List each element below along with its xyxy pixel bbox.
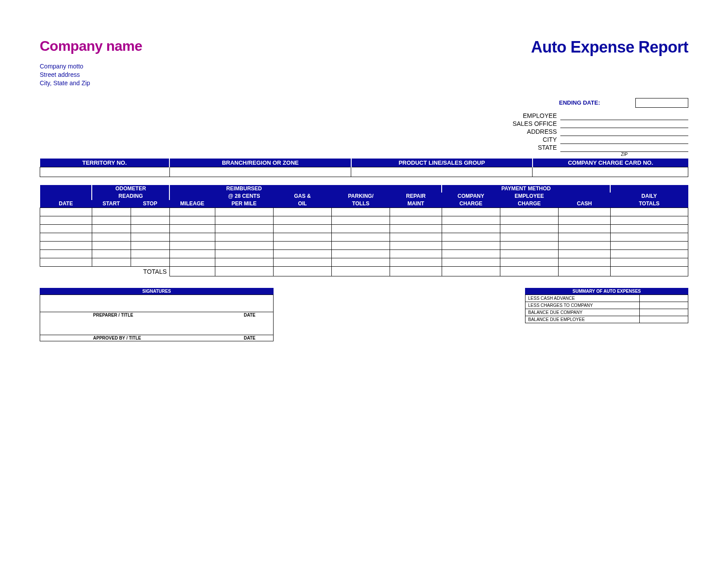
company-header-l2: CHARGE	[442, 200, 500, 208]
report-title: Auto Expense Report	[531, 38, 688, 57]
territory-header: TERRITORY NO.	[40, 159, 170, 167]
summary-balance-employee-label: BALANCE DUE EMPLOYEE	[525, 316, 640, 323]
product-line-header: PRODUCT LINE/SALES GROUP	[351, 159, 533, 167]
ending-date-row: ENDING DATE:	[559, 98, 688, 108]
summary-cash-advance-label: LESS CASH ADVANCE	[525, 295, 640, 302]
summary-balance-company-label: BALANCE DUE COMPANY	[525, 309, 640, 316]
company-name: Company name	[40, 38, 142, 54]
company-city-state-zip: City, State and Zip	[40, 79, 142, 87]
preparer-date-label: DATE	[244, 313, 255, 317]
repair-header-l1: REPAIR	[390, 193, 442, 200]
reimbursed-header-l3: PER MILE	[215, 200, 273, 208]
header-row: Company name Company motto Street addres…	[40, 38, 688, 87]
preparer-label: PREPARER / TITLE	[93, 313, 133, 317]
totals-parking[interactable]	[332, 267, 390, 276]
table-row[interactable]	[40, 258, 688, 267]
employee-info-table: EMPLOYEE SALES OFFICE ADDRESS CITY STATE	[513, 112, 688, 152]
approved-by-label: APPROVED BY / TITLE	[93, 336, 141, 340]
zip-label: ZIP	[560, 152, 688, 157]
address-label: ADDRESS	[513, 128, 560, 136]
summary-charges-company-value[interactable]	[640, 302, 688, 309]
table-row[interactable]	[40, 208, 688, 216]
daily-header-l2: TOTALS	[610, 200, 688, 208]
daily-header-l1: DAILY	[610, 193, 688, 200]
start-header: START	[92, 200, 131, 208]
product-line-input[interactable]	[351, 167, 533, 177]
company-street: Street address	[40, 71, 142, 79]
sales-office-input[interactable]	[560, 120, 688, 128]
reimbursed-header-l2: @ 28 CENTS	[215, 193, 273, 200]
table-row[interactable]	[40, 250, 688, 258]
table-row[interactable]	[40, 242, 688, 250]
branch-input[interactable]	[169, 167, 351, 177]
state-input[interactable]	[560, 144, 688, 152]
city-input[interactable]	[560, 136, 688, 144]
company-info: Company motto Street address City, State…	[40, 62, 142, 87]
company-motto: Company motto	[40, 62, 142, 71]
table-row[interactable]	[40, 233, 688, 242]
ending-date-input[interactable]	[635, 98, 688, 108]
table-row[interactable]	[40, 216, 688, 225]
date-header: DATE	[40, 200, 92, 208]
state-label: STATE	[513, 144, 560, 152]
employee-label: EMPLOYEE	[513, 112, 560, 120]
address-input[interactable]	[560, 128, 688, 136]
totals-row: TOTALS	[40, 267, 688, 276]
territory-input[interactable]	[40, 167, 170, 177]
approver-date-label: DATE	[244, 336, 255, 340]
employee-header-l1: EMPLOYEE	[500, 193, 558, 200]
preparer-signature-area[interactable]	[40, 295, 273, 312]
employee-header-l2: CHARGE	[500, 200, 558, 208]
totals-cash[interactable]	[559, 267, 611, 276]
sales-office-label: SALES OFFICE	[513, 120, 560, 128]
totals-mileage[interactable]	[169, 267, 215, 276]
meta-block: ENDING DATE: EMPLOYEE SALES OFFICE ADDRE…	[40, 98, 688, 157]
gas-header-l2: OIL	[273, 200, 331, 208]
stop-header: STOP	[131, 200, 169, 208]
table-row[interactable]	[40, 225, 688, 233]
summary-charges-company-label: LESS CHARGES TO COMPANY	[525, 302, 640, 309]
city-label: CITY	[513, 136, 560, 144]
gas-header-l1: GAS &	[273, 193, 331, 200]
bottom-section: SIGNATURES PREPARER / TITLE DATE APPROVE…	[40, 288, 688, 341]
expense-report-page: Company name Company motto Street addres…	[0, 0, 728, 341]
odometer-span: ODOMETER	[92, 185, 169, 193]
branch-header: BRANCH/REGION OR ZONE	[169, 159, 351, 167]
totals-label: TOTALS	[131, 267, 169, 276]
company-header-l1: COMPANY	[442, 193, 500, 200]
ending-date-label: ENDING DATE:	[559, 99, 600, 106]
payment-method-span: PAYMENT METHOD	[442, 185, 610, 193]
summary-balance-company-value[interactable]	[640, 309, 688, 316]
repair-header-l2: MAINT	[390, 200, 442, 208]
totals-daily[interactable]	[610, 267, 688, 276]
charge-card-input[interactable]	[533, 167, 688, 177]
reading-span: READING	[92, 193, 169, 200]
summary-title: SUMMARY OF AUTO EXPENSES	[525, 288, 688, 295]
totals-reimbursed[interactable]	[215, 267, 273, 276]
section1-table: TERRITORY NO. BRANCH/REGION OR ZONE PROD…	[40, 159, 688, 177]
approver-signature-area[interactable]	[40, 318, 273, 335]
charge-card-header: COMPANY CHARGE CARD NO.	[533, 159, 688, 167]
employee-input[interactable]	[560, 112, 688, 120]
parking-header-l2: TOLLS	[332, 200, 390, 208]
reimbursed-header-l1: REIMBURSED	[215, 185, 273, 193]
totals-repair[interactable]	[390, 267, 442, 276]
totals-employee[interactable]	[500, 267, 558, 276]
totals-gas[interactable]	[273, 267, 331, 276]
totals-company[interactable]	[442, 267, 500, 276]
summary-box: SUMMARY OF AUTO EXPENSES LESS CASH ADVAN…	[525, 288, 688, 323]
summary-cash-advance-value[interactable]	[640, 295, 688, 302]
signatures-box: SIGNATURES PREPARER / TITLE DATE APPROVE…	[40, 288, 274, 341]
parking-header-l1: PARKING/	[332, 193, 390, 200]
cash-header: CASH	[559, 200, 611, 208]
expense-grid: ODOMETER REIMBURSED PAYMENT METHOD READI…	[40, 185, 688, 276]
signatures-title: SIGNATURES	[40, 288, 274, 295]
mileage-header: MILEAGE	[169, 200, 215, 208]
summary-balance-employee-value[interactable]	[640, 316, 688, 323]
